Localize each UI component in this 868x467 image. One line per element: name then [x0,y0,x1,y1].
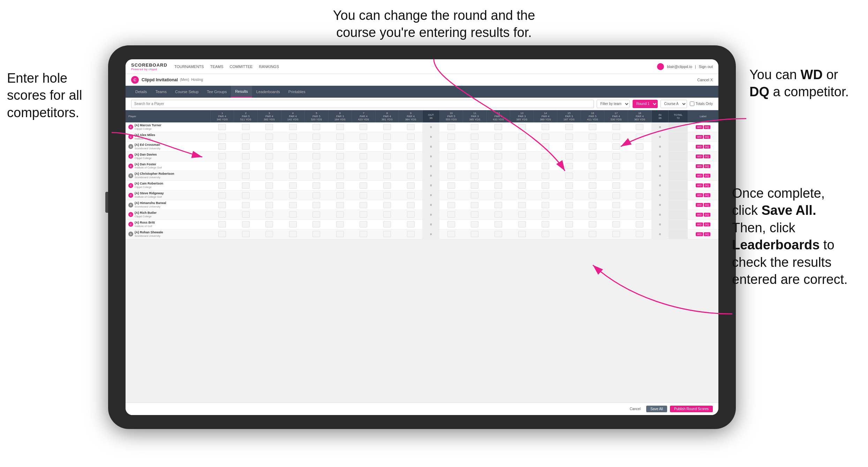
score-input-hole-9[interactable] [407,143,415,150]
score-input-hole-1[interactable] [218,124,226,130]
score-input-hole-11[interactable] [471,231,478,237]
score-input-hole-3[interactable] [265,153,273,159]
filter-team-select[interactable]: Filter by team [597,100,630,108]
score-input-hole-11[interactable] [471,153,478,159]
dq-button[interactable]: DQ [704,164,710,168]
wd-button[interactable]: WD [696,125,703,129]
score-input-hole-18[interactable] [636,143,643,150]
score-input-hole-9[interactable] [407,134,415,140]
cancel-button-top[interactable]: Cancel X [697,78,713,82]
wd-button[interactable]: WD [696,223,703,226]
dq-button[interactable]: DQ [704,223,710,226]
dq-button[interactable]: DQ [704,193,710,197]
score-input-hole-6[interactable] [336,124,344,130]
score-input-hole-13[interactable] [518,231,526,237]
score-input-hole-2[interactable] [242,173,250,179]
score-input-hole-4[interactable] [289,143,297,150]
score-input-hole-16[interactable] [589,221,596,227]
score-input-hole-13[interactable] [518,202,526,208]
score-input-hole-10[interactable] [447,221,455,227]
score-input-hole-5[interactable] [312,143,320,150]
score-input-hole-14[interactable] [542,134,549,140]
score-input-hole-8[interactable] [383,173,391,179]
score-input-hole-17[interactable] [612,231,620,237]
score-input-hole-5[interactable] [312,134,320,140]
score-input-hole-13[interactable] [518,143,526,150]
score-input-hole-9[interactable] [407,124,415,130]
score-input-hole-17[interactable] [612,153,620,159]
sign-out-link[interactable]: Sign out [699,65,713,69]
score-input-hole-2[interactable] [242,134,250,140]
score-input-hole-1[interactable] [218,211,226,218]
score-input-hole-1[interactable] [218,202,226,208]
score-input-hole-6[interactable] [336,134,344,140]
score-input-hole-13[interactable] [518,221,526,227]
score-input-hole-10[interactable] [447,192,455,198]
score-input-hole-6[interactable] [336,143,344,150]
score-input-hole-18[interactable] [636,153,643,159]
score-input-hole-9[interactable] [407,202,415,208]
score-input-hole-14[interactable] [542,173,549,179]
score-input-hole-13[interactable] [518,192,526,198]
nav-rankings[interactable]: RANKINGS [259,65,279,69]
score-input-hole-16[interactable] [589,153,596,159]
round-select[interactable]: Round 1 [633,100,658,108]
wd-button[interactable]: WD [696,135,703,139]
score-input-hole-4[interactable] [289,202,297,208]
score-input-hole-11[interactable] [471,134,478,140]
score-input-hole-1[interactable] [218,134,226,140]
score-input-hole-13[interactable] [518,134,526,140]
score-input-hole-15[interactable] [565,143,573,150]
score-input-hole-2[interactable] [242,153,250,159]
score-input-hole-16[interactable] [589,134,596,140]
score-input-hole-16[interactable] [589,143,596,150]
score-input-hole-11[interactable] [471,192,478,198]
score-input-hole-5[interactable] [312,192,320,198]
score-input-hole-16[interactable] [589,192,596,198]
score-input-hole-18[interactable] [636,134,643,140]
score-input-hole-1[interactable] [218,231,226,237]
score-input-hole-10[interactable] [447,153,455,159]
score-input-hole-17[interactable] [612,173,620,179]
dq-button[interactable]: DQ [704,183,710,187]
score-input-hole-10[interactable] [447,143,455,150]
score-input-hole-5[interactable] [312,182,320,189]
score-input-hole-8[interactable] [383,134,391,140]
score-input-hole-18[interactable] [636,124,643,130]
score-input-hole-3[interactable] [265,182,273,189]
score-input-hole-15[interactable] [565,173,573,179]
score-input-hole-4[interactable] [289,221,297,227]
score-input-hole-7[interactable] [360,163,367,169]
score-input-hole-15[interactable] [565,163,573,169]
score-input-hole-18[interactable] [636,182,643,189]
score-input-hole-8[interactable] [383,221,391,227]
score-input-hole-14[interactable] [542,211,549,218]
score-input-hole-6[interactable] [336,192,344,198]
score-input-hole-3[interactable] [265,211,273,218]
cancel-button-footer[interactable]: Cancel [627,406,643,412]
score-input-hole-13[interactable] [518,124,526,130]
score-input-hole-18[interactable] [636,192,643,198]
score-input-hole-3[interactable] [265,221,273,227]
score-input-hole-14[interactable] [542,143,549,150]
score-input-hole-9[interactable] [407,221,415,227]
score-input-hole-9[interactable] [407,163,415,169]
score-input-hole-7[interactable] [360,143,367,150]
score-input-hole-17[interactable] [612,134,620,140]
dq-button[interactable]: DQ [704,213,710,217]
nav-tournaments[interactable]: TOURNAMENTS [174,65,204,69]
score-input-hole-18[interactable] [636,231,643,237]
score-input-hole-10[interactable] [447,202,455,208]
score-input-hole-17[interactable] [612,163,620,169]
score-input-hole-1[interactable] [218,143,226,150]
score-input-hole-17[interactable] [612,192,620,198]
score-input-hole-15[interactable] [565,134,573,140]
score-input-hole-18[interactable] [636,173,643,179]
score-input-hole-11[interactable] [471,221,478,227]
score-input-hole-11[interactable] [471,163,478,169]
score-input-hole-5[interactable] [312,202,320,208]
wd-button[interactable]: WD [696,174,703,178]
course-select[interactable]: Course A [661,100,687,108]
score-input-hole-11[interactable] [471,211,478,218]
score-input-hole-6[interactable] [336,231,344,237]
